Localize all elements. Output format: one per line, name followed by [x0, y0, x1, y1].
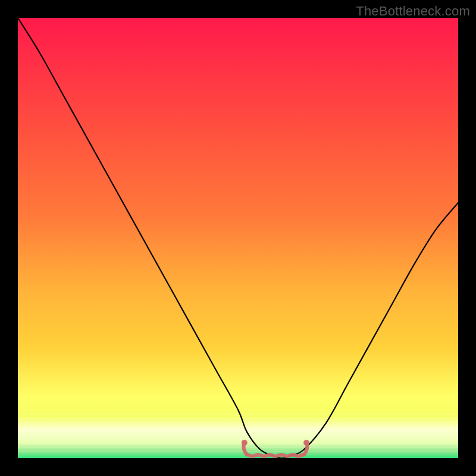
bottleneck-curve-chart	[18, 18, 458, 458]
svg-point-12	[303, 440, 309, 446]
svg-rect-0	[18, 18, 458, 458]
chart-frame: TheBottleneck.com	[0, 0, 476, 476]
plot-area	[18, 18, 458, 458]
svg-point-11	[242, 440, 248, 446]
watermark-text: TheBottleneck.com	[356, 4, 470, 19]
